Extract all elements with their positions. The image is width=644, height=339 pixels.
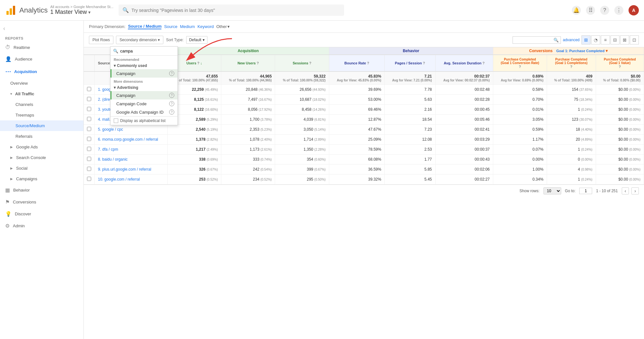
conversions-select[interactable]: Conversions Goal 1: Purchase Completed ▾: [496, 49, 640, 53]
global-search-input[interactable]: [131, 8, 340, 13]
dim-source-medium[interactable]: Source / Medium: [128, 24, 161, 29]
table-row: 5. google / cpc 2,540 (5.19%) 2,353 (5.2…: [84, 125, 644, 135]
sidebar-item-referrals[interactable]: Referrals: [0, 131, 83, 142]
row-checkbox[interactable]: [87, 87, 91, 91]
col-completions[interactable]: Purchase Completed(Goal 1 Completions) ?: [547, 55, 596, 71]
row-source[interactable]: 5. google / cpc: [95, 125, 168, 135]
sidebar-item-source-medium[interactable]: Source/Medium: [0, 120, 83, 131]
row-sessions: 1,350 (2.28%): [275, 145, 329, 155]
secondary-dimension-button[interactable]: Secondary dimension ▾: [116, 36, 163, 44]
row-source[interactable]: 8. baidu / organic: [95, 155, 168, 165]
sidebar-item-audience[interactable]: 👤 Audience: [0, 53, 83, 65]
sidebar-item-acquisition[interactable]: ⋯ Acquisition: [0, 65, 83, 78]
sidebar-item-campaigns[interactable]: ▶ Campaigns: [0, 174, 83, 184]
col-value[interactable]: Purchase Completed(Goal 1 Value) ?: [596, 55, 644, 71]
avg-session-info-icon: ?: [482, 61, 485, 65]
help-icon[interactable]: ?: [600, 6, 609, 15]
row-completions: 20 (4.89%): [547, 135, 596, 145]
sidebar-item-overview[interactable]: Overview: [0, 78, 83, 89]
row-completions: 1 (0.24%): [547, 174, 596, 184]
row-checkbox[interactable]: [87, 97, 91, 101]
col-avg-session[interactable]: Avg. Session Duration ?: [435, 55, 493, 71]
row-new-users: 1,700 (3.78%): [221, 115, 275, 125]
row-bounce-rate: 68.08%: [329, 155, 385, 165]
dropdown-search-input[interactable]: [120, 49, 175, 53]
next-page-button[interactable]: ›: [631, 187, 639, 194]
view-name[interactable]: 1 Master View ▾: [50, 9, 113, 15]
avatar[interactable]: A: [629, 5, 639, 15]
sidebar-collapse-btn[interactable]: ‹: [0, 23, 83, 34]
row-checkbox[interactable]: [87, 127, 91, 131]
row-avg-session: 00:02:27: [435, 174, 493, 184]
row-source[interactable]: 6. moma.corp.google.com / referral: [95, 135, 168, 145]
show-rows-label: Show rows:: [520, 189, 540, 193]
row-checkbox[interactable]: [87, 177, 91, 181]
row-completions: 1 (0.24%): [547, 145, 596, 155]
sidebar-item-search-console[interactable]: ▶ Search Console: [0, 152, 83, 163]
dim-source[interactable]: Source: [164, 24, 177, 29]
treemap-view-btn[interactable]: ⊡: [630, 35, 639, 44]
dim-other[interactable]: Other ▾: [216, 24, 230, 29]
row-checkbox[interactable]: [87, 117, 91, 121]
advanced-link[interactable]: advanced: [563, 38, 580, 42]
table-view-btn[interactable]: ⊞: [582, 35, 591, 44]
sidebar-item-behavior[interactable]: ▦ Behavior: [0, 184, 83, 196]
alphabetical-checkbox[interactable]: [114, 118, 118, 123]
sidebar-item-treemaps[interactable]: Treemaps: [0, 110, 83, 120]
list-view-btn[interactable]: ≡: [601, 35, 610, 44]
sidebar-item-social[interactable]: ▶ Social: [0, 163, 83, 174]
sidebar-item-realtime[interactable]: ⏱ Realtime: [0, 42, 83, 53]
row-checkbox[interactable]: [87, 167, 91, 171]
show-rows-select[interactable]: 10 25 50 100 250 500: [543, 187, 561, 194]
sidebar-item-google-ads[interactable]: ▶ Google Ads: [0, 142, 83, 152]
col-group-conversions: Conversions Goal 1: Purchase Completed ▾: [493, 47, 644, 55]
apps-icon[interactable]: ⠿: [586, 6, 595, 15]
pagination-bar: Show rows: 10 25 50 100 250 500 Go to: 1…: [84, 184, 644, 197]
dim-medium[interactable]: Medium: [180, 24, 195, 29]
col-checkbox: [84, 55, 95, 71]
sort-select[interactable]: Default ▾: [186, 36, 207, 44]
row-avg-session: 00:00:43: [435, 155, 493, 165]
sidebar-item-admin[interactable]: ⚙ Admin: [0, 220, 83, 232]
dropdown-item-campaign-recommended[interactable]: Campaign ?: [111, 69, 178, 78]
plot-rows-button[interactable]: Plot Rows: [89, 36, 113, 44]
view-dropdown-icon[interactable]: ▾: [88, 10, 91, 15]
pie-view-btn[interactable]: ◔: [591, 35, 600, 44]
col-new-users[interactable]: New Users ?: [221, 55, 275, 71]
more-options-icon[interactable]: ⋮: [614, 6, 623, 15]
prev-page-button[interactable]: ‹: [622, 187, 629, 194]
row-source[interactable]: 10. google.com / referral: [95, 174, 168, 184]
dropdown-item-campaign-code[interactable]: Campaign Code ?: [111, 99, 178, 108]
row-checkbox[interactable]: [87, 147, 91, 151]
row-checkbox[interactable]: [87, 137, 91, 141]
row-checkbox[interactable]: [87, 157, 91, 161]
sidebar-item-conversions[interactable]: ⚑ Conversions: [0, 196, 83, 208]
svg-rect-0: [6, 11, 9, 15]
commonly-used-group: ▾ Commonly used: [111, 62, 178, 69]
pivot-view-btn[interactable]: ⊠: [620, 35, 629, 44]
row-source[interactable]: 9. plus.url.google.com / referral: [95, 165, 168, 174]
page-input[interactable]: [579, 188, 592, 194]
row-value: $0.00 (0.00%): [596, 95, 644, 105]
dim-keyword[interactable]: Keyword: [197, 24, 214, 29]
dropdown-item-google-ads-campaign-id[interactable]: Google Ads Campaign ID ?: [111, 108, 178, 116]
dropdown-item-campaign[interactable]: Campaign ?: [111, 91, 178, 99]
bounce-info-icon: ?: [367, 61, 369, 65]
row-source[interactable]: 7. dfa / cpm: [95, 145, 168, 155]
global-search-bar[interactable]: 🔍: [119, 5, 344, 16]
compare-view-btn[interactable]: ⊟: [610, 35, 620, 44]
totals-new-users: 44,965 % of Total: 100.00% (44,965): [221, 71, 275, 85]
sidebar-item-discover[interactable]: 💡 Discover: [0, 208, 83, 220]
sidebar-item-all-traffic[interactable]: ▾ All Traffic: [0, 89, 83, 99]
col-conv-rate[interactable]: Purchase Completed(Goal 1 Conversion Rat…: [493, 55, 547, 71]
row-checkbox[interactable]: [87, 107, 91, 111]
col-bounce-rate[interactable]: Bounce Rate ?: [329, 55, 385, 71]
sidebar-item-channels[interactable]: Channels: [0, 99, 83, 110]
col-pages-session[interactable]: Pages / Session ?: [385, 55, 435, 71]
table-search-input[interactable]: [515, 38, 553, 42]
social-chevron: ▶: [10, 166, 13, 170]
col-sessions[interactable]: Sessions ?: [275, 55, 329, 71]
table-search-icon[interactable]: 🔍: [553, 38, 559, 42]
notifications-icon[interactable]: 🔔: [572, 6, 581, 15]
sidebar-item-label-conversions: Conversions: [13, 200, 36, 204]
